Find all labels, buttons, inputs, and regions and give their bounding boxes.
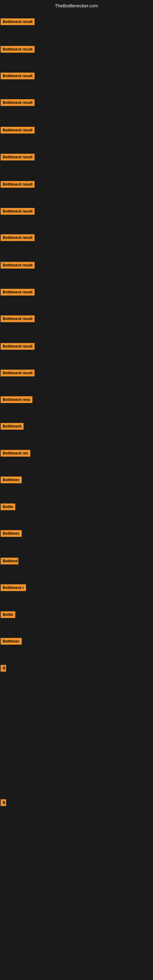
bottleneck-badge-20[interactable]: Bottlenec	[1, 530, 22, 537]
bottleneck-badge-4[interactable]: Bottleneck result	[1, 99, 35, 106]
bottleneck-badge-24[interactable]: Bottlenec	[1, 638, 22, 645]
bottleneck-item-17: Bottleneck res	[1, 449, 30, 459]
bottleneck-badge-16[interactable]: Bottleneck	[1, 423, 24, 430]
bottleneck-item-24: Bottlenec	[1, 637, 22, 647]
bottleneck-badge-13[interactable]: Bottleneck result	[1, 343, 35, 350]
bottleneck-item-4: Bottleneck result	[1, 98, 35, 108]
bottleneck-badge-1[interactable]: Bottleneck result	[1, 18, 35, 25]
bottleneck-badge-10[interactable]: Bottleneck result	[1, 262, 35, 269]
bottleneck-badge-19[interactable]: Bottle	[1, 503, 15, 510]
bottleneck-badge-5[interactable]: Bottleneck result	[1, 127, 35, 134]
bottleneck-item-23: Bottle	[1, 610, 15, 620]
bottleneck-badge-9[interactable]: Bottleneck result	[1, 234, 35, 241]
bottleneck-item-14: Bottleneck result	[1, 369, 35, 379]
bottleneck-badge-23[interactable]: Bottle	[1, 611, 15, 618]
bottleneck-badge-11[interactable]: Bottleneck result	[1, 289, 35, 296]
bottleneck-item-12: Bottleneck result	[1, 315, 35, 324]
bottleneck-item-18: Bottlenec	[1, 476, 22, 485]
bottleneck-item-13: Bottleneck result	[1, 342, 35, 352]
bottleneck-item-11: Bottleneck result	[1, 288, 35, 298]
bottleneck-item-15: Bottleneck resu	[1, 395, 32, 405]
bottleneck-badge-15[interactable]: Bottleneck resu	[1, 396, 32, 403]
bottleneck-item-20: Bottlenec	[1, 529, 22, 539]
bottleneck-item-8: Bottleneck result	[1, 207, 35, 217]
bottleneck-badge-14[interactable]: Bottleneck result	[1, 370, 35, 376]
bottleneck-item-6: Bottleneck result	[1, 153, 35, 162]
bottleneck-item-29: B	[1, 799, 6, 808]
bottleneck-badge-17[interactable]: Bottleneck res	[1, 450, 30, 457]
bottleneck-badge-8[interactable]: Bottleneck result	[1, 208, 35, 215]
bottleneck-badge-25[interactable]: B	[1, 665, 6, 671]
bottleneck-item-22: Bottleneck r	[1, 584, 26, 593]
page-container: TheBottlenecker.com Bottleneck resultBot…	[0, 0, 153, 980]
bottleneck-badge-3[interactable]: Bottleneck result	[1, 73, 35, 79]
bottleneck-badge-12[interactable]: Bottleneck result	[1, 315, 35, 322]
bottleneck-item-1: Bottleneck result	[1, 18, 35, 27]
bottleneck-badge-6[interactable]: Bottleneck result	[1, 154, 35, 161]
bottleneck-item-9: Bottleneck result	[1, 233, 35, 243]
bottleneck-badge-22[interactable]: Bottleneck r	[1, 584, 26, 591]
bottleneck-item-19: Bottle	[1, 503, 15, 512]
bottleneck-badge-7[interactable]: Bottleneck result	[1, 181, 35, 188]
bottleneck-badge-18[interactable]: Bottlenec	[1, 477, 22, 483]
bottleneck-item-5: Bottleneck result	[1, 126, 35, 136]
site-header: TheBottlenecker.com	[0, 0, 153, 10]
bottleneck-badge-2[interactable]: Bottleneck result	[1, 46, 35, 52]
bottleneck-badge-29[interactable]: B	[1, 799, 6, 806]
bottleneck-item-2: Bottleneck result	[1, 45, 35, 55]
bottleneck-item-3: Bottleneck result	[1, 72, 35, 81]
site-title: TheBottlenecker.com	[55, 3, 98, 8]
bottleneck-item-21: Bottlend	[1, 557, 18, 566]
bottleneck-item-10: Bottleneck result	[1, 261, 35, 271]
bottleneck-item-25: B	[1, 664, 6, 674]
bottleneck-item-16: Bottleneck	[1, 422, 24, 432]
bottleneck-badge-21[interactable]: Bottlend	[1, 558, 18, 565]
bottleneck-item-7: Bottleneck result	[1, 180, 35, 190]
